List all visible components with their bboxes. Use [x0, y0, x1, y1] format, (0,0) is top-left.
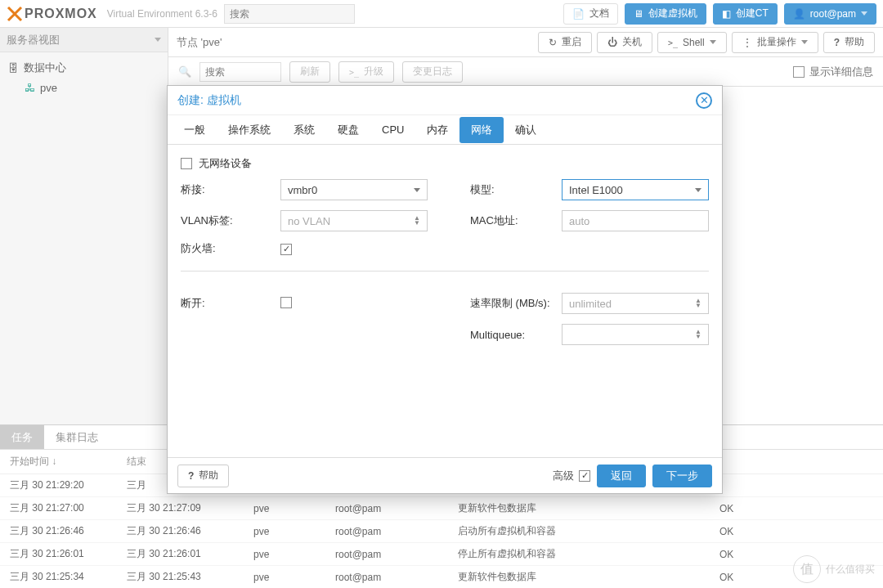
spinner-icon: ▲▼	[695, 298, 701, 308]
modal-tab[interactable]: 硬盘	[326, 117, 370, 143]
chevron-down-icon	[695, 188, 701, 192]
rate-label: 速率限制 (MB/s):	[470, 296, 552, 311]
bridge-select[interactable]: vmbr0	[280, 179, 428, 200]
help-icon	[188, 470, 194, 482]
model-select[interactable]: Intel E1000	[562, 179, 709, 200]
firewall-label: 防火墙:	[181, 241, 262, 256]
mac-input[interactable]: auto	[562, 210, 709, 231]
advanced-checkbox[interactable]: 高级 ✓	[553, 469, 590, 483]
back-button[interactable]: 返回	[597, 465, 646, 487]
spinner-icon: ▲▼	[414, 216, 420, 226]
spinner-icon: ▲▼	[695, 330, 701, 339]
modal-footer: 帮助 高级 ✓ 返回 下一步	[168, 457, 722, 493]
mac-label: MAC地址:	[470, 213, 552, 228]
rate-input[interactable]: unlimited▲▼	[562, 293, 709, 314]
multiqueue-label: Multiqueue:	[470, 329, 552, 341]
vlan-input[interactable]: no VLAN▲▼	[280, 210, 428, 231]
create-vm-modal: 创建: 虚拟机 ✕ 一般操作系统系统硬盘CPU内存网络确认 无网络设备 桥接: …	[167, 85, 723, 494]
model-label: 模型:	[470, 182, 552, 197]
checkbox-icon: ✓	[579, 470, 590, 482]
modal-tab[interactable]: 一般	[173, 117, 217, 143]
next-button[interactable]: 下一步	[652, 465, 712, 487]
modal-tabs: 一般操作系统系统硬盘CPU内存网络确认	[168, 115, 722, 145]
chevron-down-icon	[414, 188, 420, 192]
modal-tab[interactable]: 系统	[282, 117, 326, 143]
close-icon: ✕	[700, 94, 709, 106]
modal-header: 创建: 虚拟机 ✕	[168, 86, 722, 115]
bridge-label: 桥接:	[181, 182, 262, 197]
vlan-label: VLAN标签:	[181, 213, 262, 228]
modal-close-button[interactable]: ✕	[696, 92, 712, 109]
checkbox-icon	[181, 158, 192, 169]
modal-title: 创建: 虚拟机	[177, 93, 241, 108]
firewall-checkbox[interactable]: ✓	[280, 244, 292, 255]
modal-tab[interactable]: 网络	[459, 117, 504, 143]
no-network-checkbox[interactable]: 无网络设备	[181, 156, 252, 171]
disconnect-checkbox[interactable]	[280, 297, 292, 308]
disconnect-label: 断开:	[181, 296, 262, 311]
watermark-icon: 值	[793, 555, 821, 583]
modal-tab[interactable]: 操作系统	[217, 117, 282, 143]
watermark: 值 什么值得买	[793, 555, 875, 583]
modal-tab[interactable]: 确认	[504, 117, 548, 143]
multiqueue-input[interactable]: ▲▼	[562, 324, 709, 345]
modal-tab[interactable]: 内存	[415, 117, 459, 143]
modal-help-button[interactable]: 帮助	[177, 465, 229, 487]
modal-body: 无网络设备 桥接: vmbr0 模型: Intel E1000 VLAN标签: …	[168, 145, 722, 457]
modal-tab[interactable]: CPU	[370, 118, 415, 141]
